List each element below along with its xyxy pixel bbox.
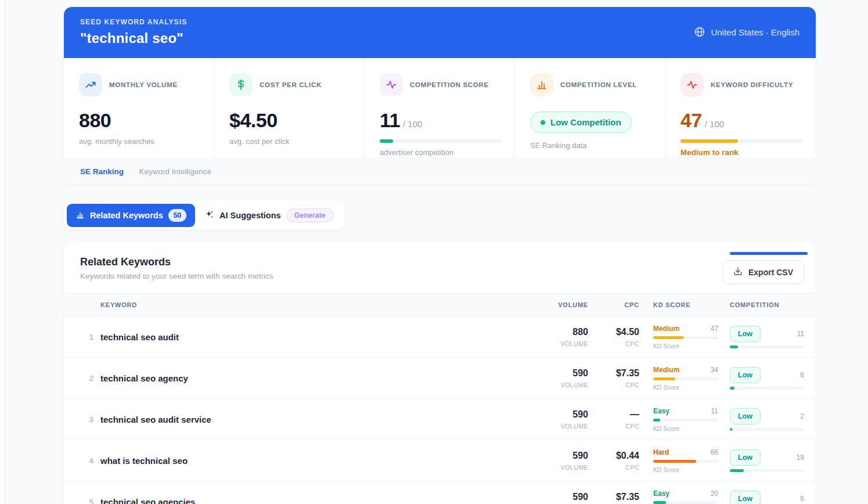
tab-label: Related Keywords xyxy=(90,211,163,220)
cpc-cell: $7.35 CPC xyxy=(588,368,639,388)
kd-level-label: Easy xyxy=(653,407,669,415)
attribution-bar: SE Ranking · Keyword Intelligence xyxy=(64,158,816,185)
row-rank: 4 xyxy=(64,456,100,465)
bar-chart-icon xyxy=(75,210,85,221)
metric-value: 47/ 100 xyxy=(680,110,803,130)
hero-header: SEED KEYWORD ANALYSIS "technical seo" Un… xyxy=(64,7,816,58)
volume-cell: 590 VOLUME xyxy=(530,451,588,471)
table-row[interactable]: 4 what is technical seo 590 VOLUME $0.44… xyxy=(64,440,816,481)
keyword-cell[interactable]: technical seo audit xyxy=(100,332,530,342)
generate-badge[interactable]: Generate xyxy=(286,208,334,222)
column-header-kd-score[interactable]: KD SCORE xyxy=(653,301,718,308)
metric-label: MONTHLY VOLUME xyxy=(109,81,178,88)
volume-cell: 590 VOLUME xyxy=(530,492,588,504)
tab-related-keywords[interactable]: Related Keywords 50 xyxy=(67,204,195,227)
column-header-cpc[interactable]: CPC xyxy=(588,301,639,308)
related-keywords-card: Related Keywords Keywords related to you… xyxy=(64,243,816,504)
keyword-cell[interactable]: technical seo audit service xyxy=(100,415,530,424)
kd-progress xyxy=(653,336,718,339)
kd-sub-label: KD Score xyxy=(653,425,718,432)
table-row[interactable]: 2 technical seo agency 590 VOLUME $7.35 … xyxy=(64,358,816,399)
volume-sub-label: VOLUME xyxy=(530,423,588,430)
globe-icon xyxy=(694,26,705,38)
table-actions: Export CSV xyxy=(722,252,804,284)
metric-competition-score: COMPETITION SCORE 11/ 100 advertiser com… xyxy=(365,58,515,158)
competition-score-value: 6 xyxy=(800,371,804,379)
difficulty-progress xyxy=(680,139,803,143)
metric-sub: Medium to rank xyxy=(680,148,803,157)
keyword-count-badge: 50 xyxy=(168,209,186,222)
column-header-volume[interactable]: VOLUME xyxy=(530,301,588,308)
table-row[interactable]: 1 technical seo audit 880 VOLUME $4.50 C… xyxy=(64,316,816,358)
competition-progress-fill xyxy=(730,387,734,390)
kd-progress xyxy=(653,501,718,504)
seed-keyword-title: "technical seo" xyxy=(80,30,187,46)
cpc-sub-label: CPC xyxy=(588,423,639,430)
competition-score-value: 19 xyxy=(797,453,804,462)
cpc-cell: $4.50 CPC xyxy=(588,327,639,347)
activity-icon xyxy=(380,73,403,96)
bar-chart-icon xyxy=(530,73,553,96)
volume-cell: 880 VOLUME xyxy=(530,327,588,347)
table-row[interactable]: 3 technical seo audit service 590 VOLUME… xyxy=(64,399,816,440)
table-titles: Related Keywords Keywords related to you… xyxy=(80,256,273,280)
row-rank: 1 xyxy=(64,333,100,341)
table-row[interactable]: 5 technical seo agencies 590 VOLUME $7.3… xyxy=(64,481,816,504)
keyword-cell[interactable]: what is technical seo xyxy=(100,456,530,466)
kd-score-value: 34 xyxy=(711,366,718,374)
kd-score-value: 11 xyxy=(711,407,718,415)
column-header-keyword[interactable]: KEYWORD xyxy=(100,301,530,308)
competition-level-badge: Low Competition xyxy=(530,111,632,133)
competition-score-value: 2 xyxy=(800,412,804,420)
competition-level-pill: Low xyxy=(730,491,761,504)
kd-score-cell: Medium 47 KD Score xyxy=(653,325,718,350)
kd-level-label: Easy xyxy=(653,489,669,498)
metric-value: 880 xyxy=(79,110,201,130)
row-rank: 3 xyxy=(64,415,100,424)
metric-suffix: / 100 xyxy=(403,119,422,129)
kd-score-cell: Hard 66 KD Score xyxy=(653,448,718,473)
hero-titles: SEED KEYWORD ANALYSIS "technical seo" xyxy=(80,18,187,46)
table-title: Related Keywords xyxy=(80,256,273,268)
metric-value: $4.50 xyxy=(229,110,351,130)
results-tabs: Related Keywords 50 AI Suggestions Gener… xyxy=(64,201,345,230)
cpc-sub-label: CPC xyxy=(588,464,639,471)
locale-selector[interactable]: United States · English xyxy=(694,26,799,38)
trending-up-icon xyxy=(79,73,102,96)
keyword-cell[interactable]: technical seo agency xyxy=(100,373,530,383)
kd-level-label: Medium xyxy=(653,366,679,374)
kd-progress-fill xyxy=(653,377,675,380)
kd-score-cell: Easy 20 KD Score xyxy=(653,489,718,504)
kd-sub-label: KD Score xyxy=(653,384,718,391)
hero-eyebrow: SEED KEYWORD ANALYSIS xyxy=(80,18,187,26)
competition-progress xyxy=(730,469,804,472)
competition-level-pill: Low xyxy=(730,408,761,424)
horizontal-scrollbar[interactable] xyxy=(730,252,808,255)
kd-progress xyxy=(653,460,718,463)
metric-cost-per-click: COST PER CLICK $4.50 avg. cost per click xyxy=(214,58,365,158)
kd-progress-fill xyxy=(653,460,696,463)
keyword-cell[interactable]: technical seo agencies xyxy=(100,497,530,504)
tab-ai-suggestions[interactable]: AI Suggestions Generate xyxy=(196,204,342,227)
cpc-sub-label: CPC xyxy=(588,381,639,388)
kd-sub-label: KD Score xyxy=(653,343,718,350)
competition-level-pill: Low xyxy=(730,326,761,342)
metric-competition-level: COMPETITION LEVEL Low Competition SE Ran… xyxy=(515,58,665,158)
competition-cell: Low 11 xyxy=(730,326,804,348)
kd-score-value: 20 xyxy=(711,489,718,498)
competition-progress xyxy=(730,428,804,431)
locale-label: United States · English xyxy=(711,27,799,37)
separator-dot: · xyxy=(130,167,133,176)
metric-sub: SE Ranking data xyxy=(530,141,652,150)
metric-label: COMPETITION SCORE xyxy=(410,81,489,88)
keyword-analysis-page: SEED KEYWORD ANALYSIS "technical seo" Un… xyxy=(64,7,816,504)
metric-suffix: / 100 xyxy=(705,119,724,129)
table-subtitle: Keywords related to your seed term with … xyxy=(80,272,273,280)
pulse-icon xyxy=(680,73,704,96)
volume-cell: 590 VOLUME xyxy=(530,409,588,430)
se-ranking-link[interactable]: SE Ranking xyxy=(80,167,124,176)
column-header-competition[interactable]: COMPETITION xyxy=(730,301,804,308)
kd-progress-fill xyxy=(653,419,660,422)
export-csv-button[interactable]: Export CSV xyxy=(722,260,804,284)
kd-progress-fill xyxy=(653,501,666,504)
